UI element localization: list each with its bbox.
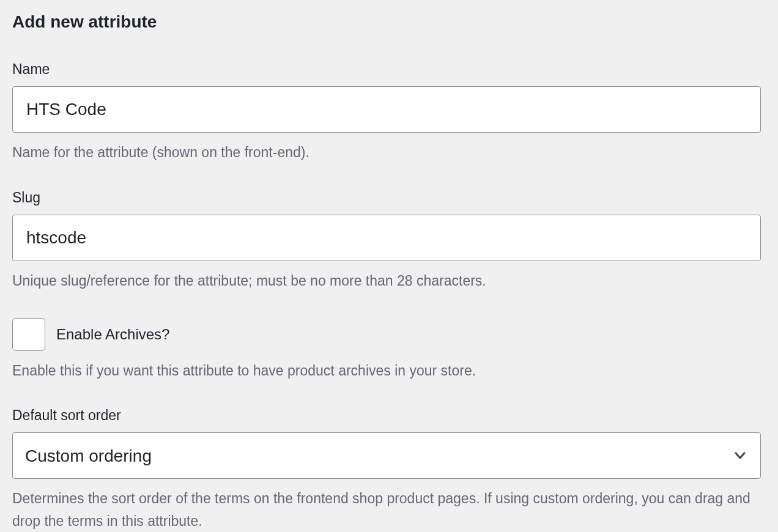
sort-order-select[interactable]: Custom ordering xyxy=(12,432,761,479)
sort-order-field-group: Default sort order Custom ordering Deter… xyxy=(12,407,766,532)
name-field-group: Name Name for the attribute (shown on th… xyxy=(12,61,766,164)
slug-field-group: Slug Unique slug/reference for the attri… xyxy=(12,190,766,292)
enable-archives-label: Enable Archives? xyxy=(56,326,169,343)
archives-field-group: Enable Archives? Enable this if you want… xyxy=(12,318,766,382)
name-help-text: Name for the attribute (shown on the fro… xyxy=(12,141,761,164)
page-title: Add new attribute xyxy=(12,12,766,32)
slug-input[interactable] xyxy=(12,215,761,261)
slug-help-text: Unique slug/reference for the attribute;… xyxy=(12,270,761,292)
name-input[interactable] xyxy=(12,86,761,133)
archives-help-text: Enable this if you want this attribute t… xyxy=(12,360,761,382)
slug-label: Slug xyxy=(12,190,766,206)
sort-order-help-text: Determines the sort order of the terms o… xyxy=(12,487,761,532)
sort-order-label: Default sort order xyxy=(12,407,766,424)
enable-archives-checkbox[interactable] xyxy=(12,318,45,351)
name-label: Name xyxy=(12,61,766,78)
